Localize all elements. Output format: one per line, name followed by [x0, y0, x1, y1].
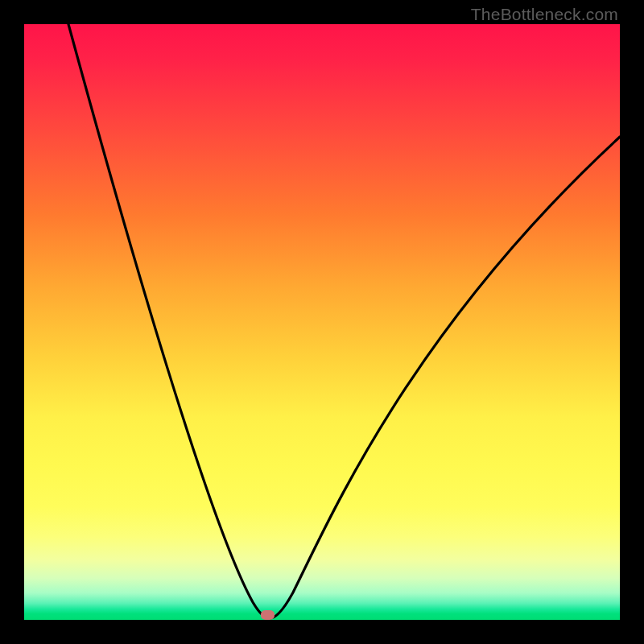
watermark-text: TheBottleneck.com [471, 5, 618, 24]
curve-path [68, 24, 620, 618]
plot-area [24, 24, 620, 620]
bottleneck-curve [24, 24, 620, 620]
optimal-marker [261, 610, 275, 620]
